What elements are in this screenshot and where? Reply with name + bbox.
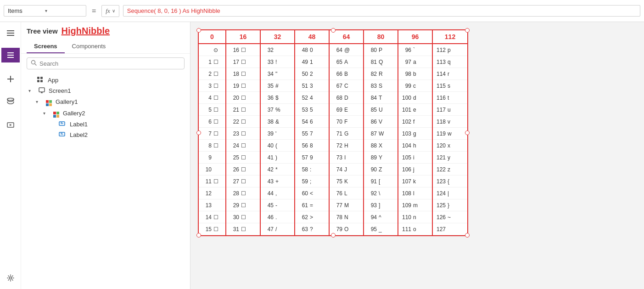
table-cell: 43+ (261, 176, 294, 187)
cell-char: 0 (310, 47, 313, 53)
cell-number: 108 (401, 190, 411, 197)
search-box (27, 57, 185, 69)
equals-sign: = (90, 7, 98, 15)
cell-char: P (379, 47, 382, 53)
svg-line-13 (35, 64, 36, 65)
table-cell: 89Y (364, 152, 398, 164)
tree-item-gallery2[interactable]: ▾ Gallery2 (21, 108, 190, 119)
data-icon[interactable] (3, 94, 18, 108)
cell-char: ☐ (241, 166, 246, 173)
col-header-0: 0 (199, 30, 226, 43)
cell-number: 86 (367, 119, 377, 125)
resize-handle-bm[interactable] (331, 233, 336, 238)
fx-button[interactable]: fx ∨ (101, 5, 119, 17)
table-cell: 120x (433, 140, 467, 152)
formula-bar[interactable]: Sequence( 8, 0, 16 ) As HighNibble (123, 5, 640, 17)
tab-components[interactable]: Components (65, 40, 113, 53)
cell-char: 9 (310, 154, 313, 161)
content-area: 0163248648096112 ⊙1☐2☐3☐4☐5☐6☐7☐8☐91011☐… (190, 22, 644, 289)
cell-char: ☐ (241, 107, 246, 113)
table-cell: 37% (261, 104, 294, 116)
insert-icon[interactable] (3, 72, 18, 86)
cell-number: 98 (401, 71, 411, 77)
resize-handle-mr[interactable] (465, 130, 470, 135)
cell-number: 81 (367, 59, 377, 65)
cell-char: ☐ (241, 47, 246, 53)
resize-handle-bl[interactable] (196, 233, 201, 238)
table-cell: 126~ (433, 211, 467, 223)
col-header-112: 112 (433, 30, 467, 43)
cell-char: | (448, 190, 449, 197)
cell-char: D (344, 95, 348, 101)
cell-char: < (310, 190, 313, 197)
cell-number: 2 (202, 71, 212, 77)
hamburger-menu-icon[interactable] (3, 26, 18, 40)
cell-char: ☐ (241, 226, 246, 232)
cell-number: 97 (401, 59, 411, 65)
cell-char: q (448, 59, 451, 65)
cell-char: ⊙ (213, 47, 218, 53)
cell-char: ☐ (241, 95, 246, 101)
cell-number: 8 (202, 142, 212, 149)
resize-handle-tr[interactable] (465, 28, 470, 33)
cell-number: 12 (202, 190, 212, 197)
tree-item-gallery1[interactable]: ▾ Gallery1 ••• (21, 96, 190, 108)
items-dropdown[interactable]: Items ▾ (4, 5, 86, 17)
cell-number: 78 (332, 214, 342, 221)
table-cell: 104h (398, 140, 432, 152)
tab-screens[interactable]: Screens (27, 40, 65, 53)
cell-char: 4 (310, 95, 313, 101)
table-cell: 546 (295, 116, 329, 128)
cell-number: 35 (263, 83, 274, 89)
cell-number: 53 (298, 107, 308, 113)
cell-number: 62 (298, 214, 308, 221)
table-cell: 83S (364, 80, 398, 92)
tree-item-label1[interactable]: Label1 (21, 119, 190, 130)
resize-handle-tl[interactable] (196, 28, 201, 33)
cell-char: ☐ (213, 59, 218, 65)
tree-item-label2[interactable]: Label2 (21, 130, 190, 140)
table-cell: 42* (261, 164, 294, 176)
resize-handle-ml[interactable] (196, 130, 201, 135)
cell-char: 2 (310, 71, 313, 77)
table-cell: 579 (295, 152, 329, 164)
table-cell: 115s (433, 80, 467, 92)
gallery-table-wrapper: 0163248648096112 ⊙1☐2☐3☐4☐5☐6☐7☐8☐91011☐… (198, 29, 468, 236)
cell-number: 114 (436, 71, 446, 77)
resize-handle-br[interactable] (465, 233, 470, 238)
cell-number: 76 (332, 190, 342, 197)
table-cell: 27☐ (226, 176, 260, 187)
table-cell: 114r (433, 68, 467, 80)
cell-number: 91 (367, 178, 377, 185)
cell-number: 94 (367, 214, 377, 221)
cell-char: z (448, 166, 450, 173)
table-cell: 73I (330, 152, 363, 164)
resize-handle-tm[interactable] (331, 28, 336, 33)
table-cell: 91[ (364, 176, 398, 187)
table-cell: 10 (199, 164, 225, 176)
table-cell: 102f (398, 116, 432, 128)
table-cell: 21☐ (226, 104, 260, 116)
cell-number: 63 (298, 226, 308, 232)
tree-item-app[interactable]: App (21, 75, 190, 85)
table-col-32: 3233!34"35#36$37%38&39'40(41)42*43+44,45… (261, 44, 295, 235)
table-cell: 121y (433, 152, 467, 164)
table-cell: 76L (330, 187, 363, 199)
cell-number: 105 (401, 154, 411, 161)
expand-icon-gallery1: ▾ (36, 99, 42, 104)
cell-char: Y (379, 154, 382, 161)
media-icon[interactable] (3, 118, 18, 132)
search-input[interactable] (39, 60, 180, 67)
svg-rect-3 (7, 52, 14, 53)
svg-rect-1 (7, 33, 14, 34)
settings-icon[interactable] (3, 271, 18, 285)
cell-number: 127 (436, 226, 446, 232)
cell-char: $ (275, 95, 279, 101)
cell-char: 1 (310, 59, 313, 65)
table-cell: 113q (433, 56, 467, 68)
tree-item-screen1[interactable]: ▾ Screen1 (21, 85, 190, 96)
table-cell: ⊙ (199, 44, 225, 56)
layers-icon[interactable] (1, 48, 20, 62)
table-cell: 85U (364, 104, 398, 116)
table-cell: 14☐ (199, 211, 225, 223)
